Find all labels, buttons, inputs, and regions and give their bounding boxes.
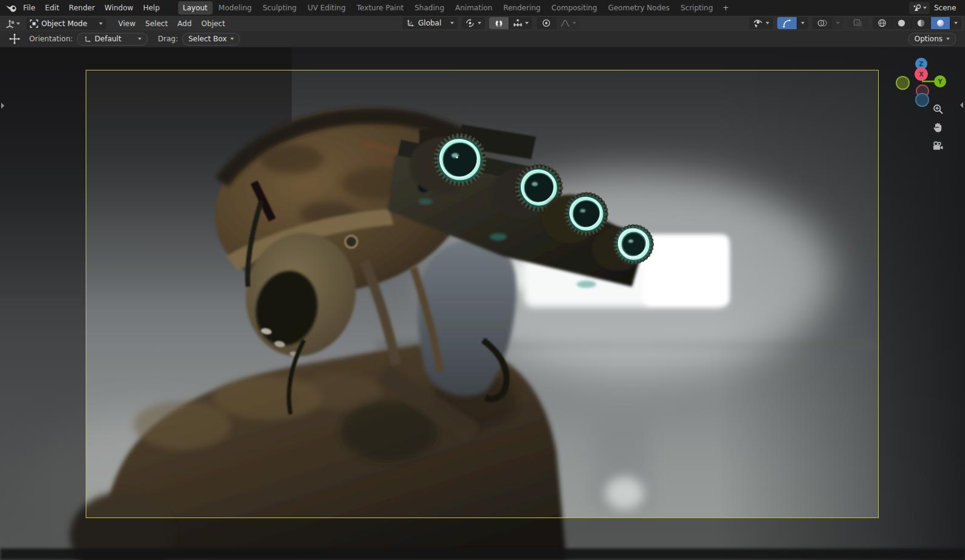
chevron-down-icon	[801, 22, 805, 24]
tab-geometry-nodes[interactable]: Geometry Nodes	[603, 1, 675, 15]
chevron-down-icon	[954, 22, 958, 24]
shading-dropdown[interactable]	[950, 17, 961, 29]
axis-x-label: X	[919, 71, 924, 78]
viewport-display-cluster	[749, 17, 961, 29]
shading-material-button[interactable]	[911, 17, 930, 29]
tab-modeling[interactable]: Modeling	[214, 1, 257, 15]
gizmos-dropdown[interactable]	[797, 17, 808, 29]
shading-wireframe-icon	[877, 19, 887, 27]
scene-selector[interactable]: Scene	[909, 2, 956, 14]
viewport-3d[interactable]: Z X Y	[0, 47, 965, 560]
menu-add[interactable]: Add	[173, 16, 196, 31]
options-dropdown[interactable]: Options	[908, 33, 956, 46]
drag-field-label: Drag:	[158, 35, 178, 43]
chevron-down-icon	[16, 22, 20, 25]
gizmos-group	[777, 17, 808, 29]
editor-type-3dview-icon	[5, 19, 15, 29]
snap-magnet-icon	[495, 19, 503, 27]
overlays-group	[812, 17, 843, 29]
gizmo-axis-y[interactable]: Y	[934, 75, 946, 87]
gizmo-axis-x[interactable]: X	[915, 67, 928, 81]
transform-orientation-icon	[406, 19, 415, 27]
shading-wireframe-button[interactable]	[873, 17, 891, 29]
mode-dropdown[interactable]: Object Mode	[26, 18, 106, 30]
visibility-eye-icon	[753, 19, 763, 27]
camera-view-button[interactable]	[929, 137, 946, 154]
scene-browse-button[interactable]	[909, 2, 930, 14]
tab-shading[interactable]: Shading	[410, 1, 449, 15]
render-floor-shadow	[0, 548, 965, 560]
topbar: File Edit Render Window Help Layout Mode…	[0, 0, 965, 16]
gizmo-axis-z-neg[interactable]	[915, 93, 929, 107]
overlays-dropdown[interactable]	[832, 17, 843, 29]
tab-animation[interactable]: Animation	[450, 1, 497, 15]
shading-material-icon	[916, 19, 926, 27]
tool-settings-bar: Orientation: Default Drag: Select Box Op…	[0, 31, 965, 47]
axis-icon	[83, 35, 91, 43]
shading-group	[873, 17, 961, 29]
proportional-editing-icon	[542, 19, 551, 27]
options-label: Options	[915, 35, 943, 43]
viewport-render[interactable]	[0, 47, 965, 560]
sidebar-expand-icon[interactable]	[960, 102, 963, 108]
tool-orientation-dropdown[interactable]: Default	[77, 33, 148, 46]
blender-logo-icon[interactable]	[5, 3, 18, 13]
tab-layout[interactable]: Layout	[178, 1, 213, 15]
snap-toggle-button[interactable]	[489, 17, 509, 29]
tab-scripting[interactable]: Scripting	[676, 1, 718, 15]
tab-uv-editing[interactable]: UV Editing	[303, 1, 351, 15]
orientation-label: Global	[418, 19, 441, 27]
proportional-editing-toggle[interactable]	[537, 17, 556, 29]
tab-texture-paint[interactable]: Texture Paint	[352, 1, 408, 15]
drag-value: Select Box	[188, 35, 227, 43]
gizmo-axis-y-neg[interactable]	[896, 76, 910, 90]
chevron-down-icon	[99, 22, 103, 25]
move-tool-icon	[9, 33, 21, 45]
toggle-xray-button[interactable]	[848, 19, 868, 27]
pan-hand-icon	[932, 122, 943, 133]
shading-rendered-button[interactable]	[930, 17, 950, 29]
toolbar-expand-icon[interactable]	[1, 103, 4, 109]
show-overlays-toggle[interactable]	[812, 17, 832, 29]
editor-type-button[interactable]	[5, 19, 20, 29]
pan-button[interactable]	[929, 119, 946, 136]
pivot-point-icon	[465, 19, 475, 27]
menu-window[interactable]: Window	[100, 1, 138, 15]
chevron-down-icon	[836, 22, 840, 24]
navigation-gizmo[interactable]: Z X Y	[893, 52, 960, 118]
axis-z-label: Z	[919, 61, 923, 67]
gizmos-icon	[783, 19, 792, 27]
menu-help[interactable]: Help	[138, 1, 164, 15]
tab-sculpting[interactable]: Sculpting	[258, 1, 301, 15]
zoom-in-icon	[933, 104, 944, 115]
scene-icon	[912, 4, 921, 12]
show-gizmos-toggle[interactable]	[777, 17, 797, 29]
tab-rendering[interactable]: Rendering	[498, 1, 545, 15]
drag-dropdown[interactable]: Select Box	[182, 33, 240, 46]
menu-object[interactable]: Object	[196, 16, 230, 31]
viewport-header: Object Mode View Select Add Object Globa…	[0, 16, 965, 31]
menu-edit[interactable]: Edit	[40, 1, 64, 15]
snap-increment-icon	[513, 19, 523, 27]
mode-label: Object Mode	[41, 19, 88, 28]
shading-solid-button[interactable]	[891, 17, 911, 29]
falloff-dropdown[interactable]	[556, 17, 580, 29]
zoom-button[interactable]	[930, 101, 947, 118]
menu-render[interactable]: Render	[64, 1, 100, 15]
scene-name: Scene	[934, 4, 956, 12]
tab-compositing[interactable]: Compositing	[546, 1, 602, 15]
chevron-down-icon	[525, 22, 529, 24]
chevron-down-icon	[138, 38, 142, 40]
menu-file[interactable]: File	[18, 1, 40, 15]
snap-settings-dropdown[interactable]	[509, 17, 532, 29]
proportional-edit-group	[537, 17, 580, 29]
add-workspace-button[interactable]: +	[719, 1, 732, 15]
menu-view[interactable]: View	[114, 16, 140, 31]
show-object-types-dropdown[interactable]	[749, 17, 773, 29]
chevron-down-icon	[230, 38, 234, 40]
pivot-point-dropdown[interactable]	[462, 17, 485, 29]
tool-orientation-value: Default	[95, 35, 122, 43]
transform-orientation-dropdown[interactable]: Global	[402, 17, 458, 29]
menu-select[interactable]: Select	[140, 16, 173, 31]
xray-icon	[853, 19, 863, 27]
